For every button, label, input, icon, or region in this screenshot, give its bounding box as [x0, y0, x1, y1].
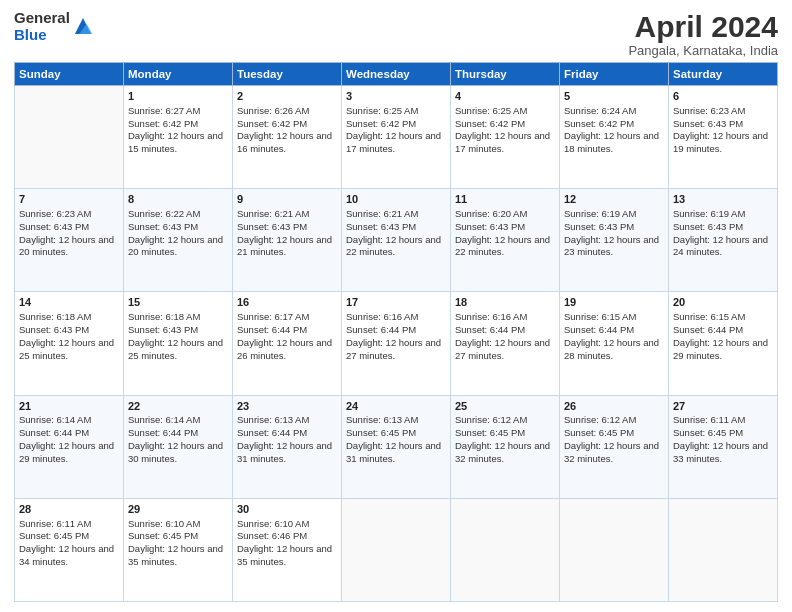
sunset-text: Sunset: 6:42 PM: [237, 118, 337, 131]
day-number: 22: [128, 399, 228, 414]
daylight-text: Daylight: 12 hours and 15 minutes.: [128, 130, 228, 156]
sunset-text: Sunset: 6:43 PM: [564, 221, 664, 234]
sunrise-text: Sunrise: 6:10 AM: [128, 518, 228, 531]
calendar-cell: 22Sunrise: 6:14 AMSunset: 6:44 PMDayligh…: [124, 395, 233, 498]
sunrise-text: Sunrise: 6:21 AM: [346, 208, 446, 221]
day-number: 12: [564, 192, 664, 207]
sunset-text: Sunset: 6:43 PM: [128, 324, 228, 337]
calendar-week-row: 21Sunrise: 6:14 AMSunset: 6:44 PMDayligh…: [15, 395, 778, 498]
calendar-week-row: 14Sunrise: 6:18 AMSunset: 6:43 PMDayligh…: [15, 292, 778, 395]
daylight-text: Daylight: 12 hours and 33 minutes.: [673, 440, 773, 466]
page: General Blue April 2024 Pangala, Karnata…: [0, 0, 792, 612]
daylight-text: Daylight: 12 hours and 22 minutes.: [455, 234, 555, 260]
daylight-text: Daylight: 12 hours and 29 minutes.: [19, 440, 119, 466]
day-number: 6: [673, 89, 773, 104]
day-number: 30: [237, 502, 337, 517]
sunset-text: Sunset: 6:44 PM: [128, 427, 228, 440]
sunset-text: Sunset: 6:43 PM: [19, 324, 119, 337]
calendar-cell: 5Sunrise: 6:24 AMSunset: 6:42 PMDaylight…: [560, 86, 669, 189]
sunset-text: Sunset: 6:43 PM: [237, 221, 337, 234]
calendar-cell: [342, 498, 451, 601]
sunrise-text: Sunrise: 6:18 AM: [128, 311, 228, 324]
daylight-text: Daylight: 12 hours and 22 minutes.: [346, 234, 446, 260]
day-number: 7: [19, 192, 119, 207]
sunset-text: Sunset: 6:43 PM: [455, 221, 555, 234]
sunrise-text: Sunrise: 6:13 AM: [237, 414, 337, 427]
daylight-text: Daylight: 12 hours and 30 minutes.: [128, 440, 228, 466]
main-title: April 2024: [628, 10, 778, 43]
day-number: 9: [237, 192, 337, 207]
daylight-text: Daylight: 12 hours and 20 minutes.: [19, 234, 119, 260]
sunrise-text: Sunrise: 6:19 AM: [673, 208, 773, 221]
sunrise-text: Sunrise: 6:26 AM: [237, 105, 337, 118]
calendar-header-cell: Wednesday: [342, 63, 451, 86]
sunset-text: Sunset: 6:45 PM: [346, 427, 446, 440]
sunrise-text: Sunrise: 6:25 AM: [346, 105, 446, 118]
daylight-text: Daylight: 12 hours and 31 minutes.: [237, 440, 337, 466]
daylight-text: Daylight: 12 hours and 25 minutes.: [128, 337, 228, 363]
day-number: 5: [564, 89, 664, 104]
calendar-cell: 8Sunrise: 6:22 AMSunset: 6:43 PMDaylight…: [124, 189, 233, 292]
calendar-cell: 7Sunrise: 6:23 AMSunset: 6:43 PMDaylight…: [15, 189, 124, 292]
calendar-cell: 23Sunrise: 6:13 AMSunset: 6:44 PMDayligh…: [233, 395, 342, 498]
sunrise-text: Sunrise: 6:16 AM: [346, 311, 446, 324]
header: General Blue April 2024 Pangala, Karnata…: [14, 10, 778, 58]
daylight-text: Daylight: 12 hours and 32 minutes.: [455, 440, 555, 466]
sunset-text: Sunset: 6:44 PM: [564, 324, 664, 337]
day-number: 16: [237, 295, 337, 310]
sunrise-text: Sunrise: 6:23 AM: [19, 208, 119, 221]
sunset-text: Sunset: 6:43 PM: [346, 221, 446, 234]
day-number: 17: [346, 295, 446, 310]
day-number: 15: [128, 295, 228, 310]
daylight-text: Daylight: 12 hours and 18 minutes.: [564, 130, 664, 156]
daylight-text: Daylight: 12 hours and 23 minutes.: [564, 234, 664, 260]
calendar-week-row: 7Sunrise: 6:23 AMSunset: 6:43 PMDaylight…: [15, 189, 778, 292]
daylight-text: Daylight: 12 hours and 34 minutes.: [19, 543, 119, 569]
calendar-cell: 30Sunrise: 6:10 AMSunset: 6:46 PMDayligh…: [233, 498, 342, 601]
sunset-text: Sunset: 6:43 PM: [19, 221, 119, 234]
calendar-header-cell: Thursday: [451, 63, 560, 86]
day-number: 28: [19, 502, 119, 517]
sunset-text: Sunset: 6:42 PM: [564, 118, 664, 131]
sunrise-text: Sunrise: 6:21 AM: [237, 208, 337, 221]
calendar-cell: 2Sunrise: 6:26 AMSunset: 6:42 PMDaylight…: [233, 86, 342, 189]
calendar-cell: 10Sunrise: 6:21 AMSunset: 6:43 PMDayligh…: [342, 189, 451, 292]
calendar-week-row: 28Sunrise: 6:11 AMSunset: 6:45 PMDayligh…: [15, 498, 778, 601]
sunset-text: Sunset: 6:45 PM: [19, 530, 119, 543]
day-number: 13: [673, 192, 773, 207]
sunset-text: Sunset: 6:42 PM: [128, 118, 228, 131]
calendar-cell: 25Sunrise: 6:12 AMSunset: 6:45 PMDayligh…: [451, 395, 560, 498]
sunrise-text: Sunrise: 6:22 AM: [128, 208, 228, 221]
calendar-cell: 29Sunrise: 6:10 AMSunset: 6:45 PMDayligh…: [124, 498, 233, 601]
day-number: 24: [346, 399, 446, 414]
sunset-text: Sunset: 6:43 PM: [673, 118, 773, 131]
sunrise-text: Sunrise: 6:27 AM: [128, 105, 228, 118]
sunrise-text: Sunrise: 6:25 AM: [455, 105, 555, 118]
sunrise-text: Sunrise: 6:15 AM: [673, 311, 773, 324]
daylight-text: Daylight: 12 hours and 35 minutes.: [128, 543, 228, 569]
sunrise-text: Sunrise: 6:11 AM: [673, 414, 773, 427]
daylight-text: Daylight: 12 hours and 35 minutes.: [237, 543, 337, 569]
sunrise-text: Sunrise: 6:20 AM: [455, 208, 555, 221]
logo-general: General: [14, 10, 70, 27]
calendar-cell: 12Sunrise: 6:19 AMSunset: 6:43 PMDayligh…: [560, 189, 669, 292]
calendar-cell: 20Sunrise: 6:15 AMSunset: 6:44 PMDayligh…: [669, 292, 778, 395]
calendar-table: SundayMondayTuesdayWednesdayThursdayFrid…: [14, 62, 778, 602]
day-number: 26: [564, 399, 664, 414]
day-number: 1: [128, 89, 228, 104]
day-number: 3: [346, 89, 446, 104]
sunrise-text: Sunrise: 6:12 AM: [455, 414, 555, 427]
calendar-cell: 4Sunrise: 6:25 AMSunset: 6:42 PMDaylight…: [451, 86, 560, 189]
calendar-cell: 15Sunrise: 6:18 AMSunset: 6:43 PMDayligh…: [124, 292, 233, 395]
day-number: 18: [455, 295, 555, 310]
sunset-text: Sunset: 6:45 PM: [128, 530, 228, 543]
daylight-text: Daylight: 12 hours and 19 minutes.: [673, 130, 773, 156]
daylight-text: Daylight: 12 hours and 27 minutes.: [455, 337, 555, 363]
logo-icon: [72, 15, 94, 37]
day-number: 10: [346, 192, 446, 207]
calendar-cell: 18Sunrise: 6:16 AMSunset: 6:44 PMDayligh…: [451, 292, 560, 395]
sunrise-text: Sunrise: 6:18 AM: [19, 311, 119, 324]
sunrise-text: Sunrise: 6:16 AM: [455, 311, 555, 324]
sunset-text: Sunset: 6:45 PM: [455, 427, 555, 440]
calendar-cell: 16Sunrise: 6:17 AMSunset: 6:44 PMDayligh…: [233, 292, 342, 395]
